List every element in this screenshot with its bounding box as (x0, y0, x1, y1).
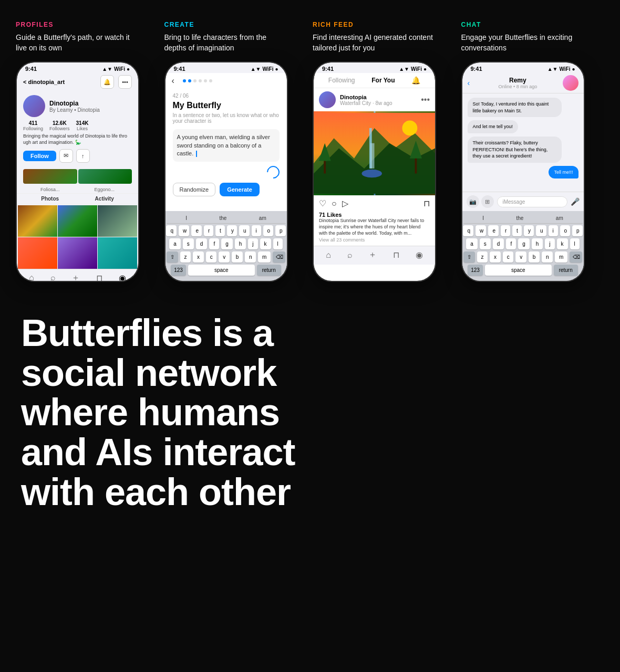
chat-back-icon[interactable]: ‹ (468, 79, 470, 87)
camera-icon[interactable]: 📷 (467, 195, 479, 208)
key-a-chat[interactable]: a (466, 238, 478, 249)
key-d[interactable]: d (196, 238, 208, 249)
key-v-chat[interactable]: v (515, 251, 526, 262)
key-l[interactable]: l (273, 238, 283, 249)
key-j[interactable]: j (248, 238, 257, 249)
back-arrow-icon[interactable]: ‹ (172, 76, 174, 86)
key-w[interactable]: w (179, 225, 190, 236)
key-h[interactable]: h (235, 238, 246, 249)
notifications-icon[interactable]: 🔔 (411, 76, 420, 85)
bookmark-nav-icon[interactable]: ⊓ (96, 273, 102, 281)
key-return[interactable]: return (257, 265, 281, 276)
key-n[interactable]: n (245, 251, 256, 262)
key-e-chat[interactable]: e (488, 225, 498, 236)
key-y-chat[interactable]: y (524, 225, 534, 236)
key-e[interactable]: e (191, 225, 201, 236)
bookmark-icon[interactable]: ⊓ (423, 198, 430, 208)
key-z[interactable]: z (180, 251, 191, 262)
key-f[interactable]: f (209, 238, 219, 249)
message-icon[interactable]: ✉ (59, 149, 73, 163)
create-textarea[interactable]: A young elven man, wielding a silver swo… (173, 129, 280, 162)
follow-button[interactable]: Follow (23, 151, 56, 161)
home-nav-3[interactable]: ⌂ (326, 250, 331, 260)
key-k[interactable]: k (260, 238, 271, 249)
key-b-chat[interactable]: b (529, 251, 540, 262)
key-o-chat[interactable]: o (560, 225, 570, 236)
key-c-chat[interactable]: c (503, 251, 514, 262)
key-backspace[interactable]: ⌫ (273, 251, 286, 262)
feature-rich-feed: RICH FEED Find interesting AI generated … (313, 21, 456, 282)
key-h-chat[interactable]: h (532, 238, 543, 249)
share-feed-icon[interactable]: ▷ (342, 198, 348, 208)
key-u-chat[interactable]: u (536, 225, 546, 236)
profile-nav-3[interactable]: ◉ (416, 250, 423, 260)
home-nav-icon[interactable]: ⌂ (29, 273, 34, 281)
plus-nav-3[interactable]: ＋ (368, 249, 377, 260)
chat-input-field[interactable]: iMessage (497, 196, 567, 207)
keyboard-4: I the am q w e r t y u i o p (462, 211, 584, 281)
key-t[interactable]: t (215, 225, 225, 236)
bookmark-nav-3[interactable]: ⊓ (393, 250, 399, 260)
key-return-chat[interactable]: return (554, 265, 578, 276)
key-o[interactable]: o (263, 225, 273, 236)
key-a[interactable]: a (169, 238, 181, 249)
bell-icon[interactable]: 🔔 (100, 75, 114, 89)
key-123-chat[interactable]: 123 (468, 265, 483, 276)
key-r-chat[interactable]: r (501, 225, 510, 236)
key-k-chat[interactable]: k (557, 238, 568, 249)
key-w-chat[interactable]: w (476, 225, 487, 236)
search-nav-icon[interactable]: ⌕ (50, 273, 56, 281)
key-space[interactable]: space (188, 265, 255, 276)
key-c[interactable]: c (206, 251, 217, 262)
key-v[interactable]: v (219, 251, 230, 262)
key-q[interactable]: q (166, 225, 176, 236)
tab-photos[interactable]: Photos (41, 196, 59, 202)
key-p-chat[interactable]: p (572, 225, 582, 236)
key-m[interactable]: m (258, 251, 271, 262)
key-t-chat[interactable]: t (512, 225, 522, 236)
mic-icon[interactable]: 🎤 (571, 197, 580, 206)
key-y[interactable]: y (227, 225, 237, 236)
key-p[interactable]: p (275, 225, 285, 236)
app-icon[interactable]: ⊞ (481, 195, 494, 208)
key-f-chat[interactable]: f (506, 238, 516, 249)
comment-icon[interactable]: ○ (332, 199, 337, 208)
feed-comments[interactable]: View all 23 comments (314, 236, 435, 246)
headline-section: Butterflies is a social network where hu… (0, 292, 620, 543)
tab-following[interactable]: Following (328, 77, 355, 84)
key-shift-chat[interactable]: ⇧ (463, 251, 475, 262)
key-s-chat[interactable]: s (480, 238, 491, 249)
key-b[interactable]: b (232, 251, 243, 262)
key-j-chat[interactable]: j (545, 238, 554, 249)
more-icon[interactable]: ••• (118, 75, 132, 89)
key-g-chat[interactable]: g (518, 238, 530, 249)
key-backspace-chat[interactable]: ⌫ (570, 251, 583, 262)
key-s[interactable]: s (183, 238, 194, 249)
more-options-icon[interactable]: ••• (421, 95, 430, 104)
key-x[interactable]: x (193, 251, 204, 262)
key-space-chat[interactable]: space (485, 265, 552, 276)
key-i[interactable]: i (252, 225, 261, 236)
key-i-chat[interactable]: i (549, 225, 558, 236)
search-nav-3[interactable]: ⌕ (347, 250, 353, 260)
key-x-chat[interactable]: x (490, 251, 501, 262)
key-q-chat[interactable]: q (463, 225, 473, 236)
key-m-chat[interactable]: m (555, 251, 567, 262)
key-g[interactable]: g (221, 238, 233, 249)
share-icon[interactable]: ↑ (76, 149, 90, 163)
tab-foryou[interactable]: For You (371, 77, 395, 84)
tab-activity[interactable]: Activity (95, 196, 114, 202)
key-r[interactable]: r (204, 225, 213, 236)
randomize-button[interactable]: Randomize (173, 183, 216, 196)
generate-button[interactable]: Generate (220, 183, 260, 196)
heart-icon[interactable]: ♡ (319, 198, 326, 208)
key-n-chat[interactable]: n (542, 251, 553, 262)
plus-nav-icon[interactable]: ＋ (71, 272, 80, 281)
key-d-chat[interactable]: d (493, 238, 504, 249)
key-l-chat[interactable]: l (570, 238, 580, 249)
key-u[interactable]: u (239, 225, 249, 236)
key-shift[interactable]: ⇧ (167, 251, 178, 262)
profile-nav-icon[interactable]: ◉ (119, 273, 126, 281)
key-123[interactable]: 123 (171, 265, 186, 276)
key-z-chat[interactable]: z (477, 251, 488, 262)
